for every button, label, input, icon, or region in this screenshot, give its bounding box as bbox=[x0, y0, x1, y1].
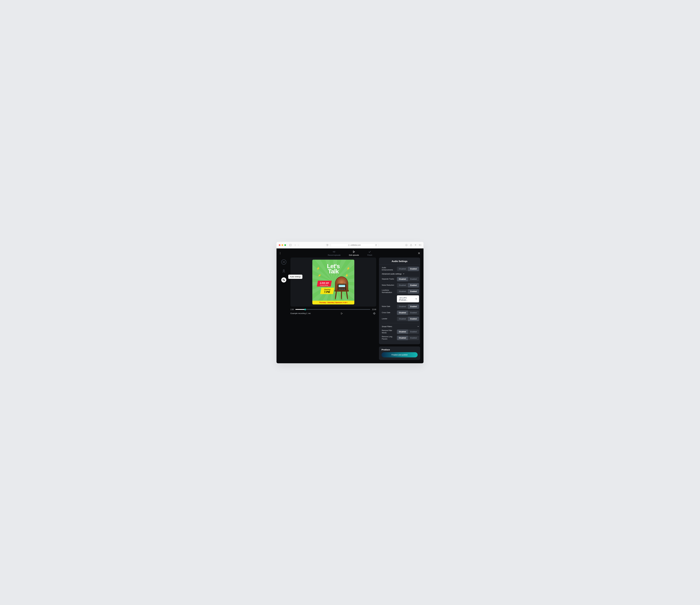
progress-bar[interactable] bbox=[295, 309, 370, 310]
volume-button[interactable] bbox=[373, 312, 376, 315]
setting-audio-enhancements: Audio Enhancements Disabled Enabled bbox=[382, 267, 419, 271]
rail-audio-button[interactable] bbox=[281, 260, 286, 265]
window-minimize-button[interactable] bbox=[281, 244, 283, 246]
step-label: Edit episode bbox=[349, 254, 359, 256]
smart-filters-expander[interactable]: Smart Filters bbox=[382, 325, 419, 328]
panel-title: Audio Settings bbox=[379, 258, 420, 265]
svg-point-6 bbox=[280, 253, 280, 253]
toggle-enabled[interactable]: Enabled bbox=[408, 311, 419, 315]
chevron-down-icon bbox=[416, 298, 417, 300]
toggle-remove-filler: Disabled Enabled bbox=[397, 330, 419, 334]
toggle-cross-gate: Disabled Enabled bbox=[397, 311, 419, 315]
privacy-shield-icon[interactable] bbox=[326, 244, 328, 246]
svg-point-21 bbox=[284, 280, 285, 281]
setting-separate-tracks: Separate Tracks Disabled Enabled bbox=[382, 277, 419, 281]
toggle-leveler: Disabled Enabled bbox=[397, 317, 419, 321]
toggle-remove-pauses: Disabled Enabled bbox=[397, 336, 419, 340]
setting-noise-reduction: Noise Reduction Disabled Enabled bbox=[382, 283, 419, 288]
setting-leveler: Leveler Disabled Enabled bbox=[382, 317, 419, 321]
rail-tooltip: Audio Settings bbox=[288, 275, 302, 279]
advanced-audio-expander[interactable]: Advanced audio settings bbox=[382, 273, 419, 275]
nav-forward-button[interactable] bbox=[298, 244, 299, 246]
current-time: 2:30 bbox=[291, 309, 294, 311]
toggle-enabled[interactable]: Enabled bbox=[408, 289, 419, 294]
progress-thumb[interactable] bbox=[304, 309, 306, 310]
step-edit[interactable]: Edit episode bbox=[349, 250, 359, 256]
browser-chrome: untitledui.com bbox=[276, 242, 424, 248]
audio-settings-panel: Audio Settings Audio Enhancements Disabl… bbox=[379, 258, 420, 344]
step-finish[interactable]: Finish bbox=[367, 250, 372, 256]
rail-profile-button[interactable] bbox=[281, 268, 286, 273]
setting-remove-pauses: Remove Long Pauses Disabled Enabled bbox=[382, 336, 419, 340]
toggle-loudness-normalization: Disabled Enabled bbox=[397, 289, 419, 294]
toggle-disabled[interactable]: Disabled bbox=[397, 277, 408, 281]
rail-settings-button[interactable] bbox=[281, 277, 286, 283]
toggle-disabled[interactable]: Disabled bbox=[397, 267, 408, 271]
toggle-enabled[interactable]: Enabled bbox=[408, 336, 419, 340]
refresh-icon[interactable] bbox=[375, 244, 377, 246]
new-tab-icon[interactable] bbox=[415, 244, 417, 246]
play-button[interactable] bbox=[341, 312, 343, 315]
file-name: Example recording 2. rec bbox=[291, 312, 311, 314]
toggle-disabled[interactable]: Disabled bbox=[397, 289, 408, 294]
toggle-disabled[interactable]: Disabled bbox=[397, 330, 408, 334]
toggle-separate-tracks: Disabled Enabled bbox=[397, 277, 419, 281]
cover-yellow-banner: Starting: 7.PM bbox=[320, 288, 334, 294]
step-label: Record episode bbox=[328, 254, 341, 256]
toggle-disabled[interactable]: Disabled bbox=[397, 311, 408, 315]
download-icon[interactable] bbox=[405, 244, 407, 246]
share-icon[interactable] bbox=[410, 244, 412, 246]
step-record[interactable]: Record episode bbox=[328, 250, 341, 256]
toggle-enabled[interactable]: Enabled bbox=[408, 330, 419, 334]
step-label: Finish bbox=[367, 254, 372, 256]
toggle-disabled[interactable]: Disabled bbox=[397, 317, 408, 321]
app-body: Record episode Edit episode Finish bbox=[276, 248, 424, 363]
close-button[interactable] bbox=[415, 252, 420, 254]
toggle-disabled[interactable]: Disabled bbox=[397, 304, 408, 309]
toggle-audio-enhancements: Disabled Enabled bbox=[397, 267, 419, 271]
svg-point-18 bbox=[283, 279, 284, 280]
svg-rect-4 bbox=[420, 244, 421, 246]
lufs-value: -19 LUFS (Podcast... bbox=[399, 297, 416, 301]
episode-cover: Let's Talk ⚡⚡⚡⚡ Live on Social Media Sta… bbox=[312, 260, 354, 305]
chevron-down-icon bbox=[417, 325, 419, 327]
window-zoom-button[interactable] bbox=[284, 244, 286, 246]
produce-title: Produce bbox=[381, 348, 418, 351]
toggle-noise-gate: Disabled Enabled bbox=[397, 304, 419, 309]
menu-dots-button[interactable] bbox=[280, 252, 285, 254]
cover-red-banner: Live on Social Media bbox=[317, 281, 332, 287]
waveform-icon bbox=[333, 250, 336, 253]
finalize-publish-button[interactable]: Finalize and publish bbox=[381, 352, 418, 357]
lufs-dropdown[interactable]: -19 LUFS (Podcast... bbox=[397, 295, 419, 302]
svg-point-5 bbox=[280, 252, 280, 252]
sidebar-toggle-icon[interactable] bbox=[290, 244, 292, 246]
tabs-icon[interactable] bbox=[419, 244, 421, 246]
cover-footer-strip: Thursday - Saturday | Sponsors ✦ ✿ ✦ bbox=[312, 301, 354, 305]
toggle-disabled[interactable]: Disabled bbox=[397, 283, 408, 288]
toggle-enabled[interactable]: Enabled bbox=[408, 283, 419, 288]
main-column: Let's Talk ⚡⚡⚡⚡ Live on Social Media Sta… bbox=[291, 258, 376, 315]
setting-noise-gate: Noise Gate Disabled Enabled bbox=[382, 304, 419, 309]
window-close-button[interactable] bbox=[279, 244, 280, 246]
svg-rect-0 bbox=[290, 244, 292, 246]
toggle-enabled[interactable]: Enabled bbox=[408, 267, 419, 271]
setting-loudness-normalization: Loudness Normalization Disabled Enabled bbox=[382, 289, 419, 294]
toggle-enabled[interactable]: Enabled bbox=[408, 304, 419, 309]
toggle-enabled[interactable]: Enabled bbox=[408, 277, 419, 281]
chevron-down-icon bbox=[403, 273, 404, 275]
url-bar[interactable]: untitledui.com bbox=[331, 243, 378, 247]
toggle-enabled[interactable]: Enabled bbox=[408, 317, 419, 321]
total-time: 22:00 bbox=[372, 309, 376, 311]
produce-card: Produce Finalize and publish bbox=[379, 346, 420, 360]
svg-point-7 bbox=[280, 254, 280, 254]
toggle-disabled[interactable]: Disabled bbox=[397, 336, 408, 340]
check-icon bbox=[369, 250, 371, 253]
svg-point-17 bbox=[283, 270, 284, 271]
toggle-noise-reduction: Disabled Enabled bbox=[397, 283, 419, 288]
nav-back-button[interactable] bbox=[294, 244, 296, 246]
svg-rect-2 bbox=[348, 245, 349, 246]
cover-illustration bbox=[332, 276, 351, 300]
setting-remove-filler: Remove Filler Words Disabled Enabled bbox=[382, 330, 419, 334]
app-window: untitledui.com Record episode bbox=[276, 242, 424, 363]
traffic-lights bbox=[279, 244, 286, 246]
